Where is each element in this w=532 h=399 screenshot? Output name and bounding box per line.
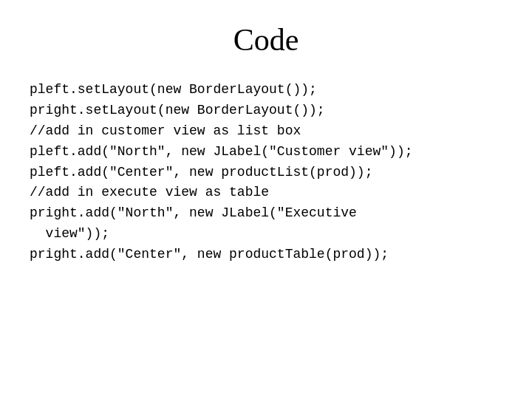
page-title: Code xyxy=(233,22,299,58)
code-block: pleft.setLayout(new BorderLayout()); pri… xyxy=(30,80,502,265)
